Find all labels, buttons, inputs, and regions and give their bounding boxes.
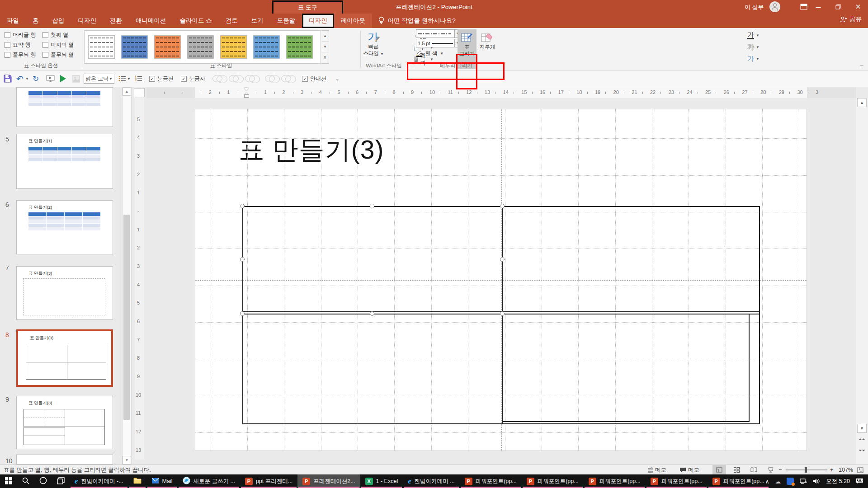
redo-button[interactable]: ↻ <box>33 74 39 84</box>
disabled-tool-button[interactable] <box>72 74 80 84</box>
slide[interactable]: 표 만들기(3) <box>195 109 807 451</box>
taskbar-app-파워포인트(pp...[interactable]: P파워포인트(pp... <box>646 474 708 488</box>
scrollbar-thumb[interactable] <box>123 215 130 420</box>
collapse-ribbon-button[interactable]: ︿ <box>859 61 864 68</box>
tab-3[interactable]: 디자인 <box>71 14 104 28</box>
clock[interactable]: 오전 5:20 <box>826 478 850 485</box>
zoom-out-button[interactable]: − <box>778 465 782 475</box>
table-style-swatch-2[interactable] <box>154 35 181 59</box>
style-option-줄무늬 행[interactable]: 줄무늬 행 <box>5 50 36 60</box>
undo-button[interactable]: ↶ <box>16 74 24 84</box>
text-outline-button[interactable]: 가▼ <box>747 42 765 52</box>
bullets-button[interactable]: ▼ <box>118 74 131 84</box>
tab-table-tools-layout[interactable]: 레이아웃 <box>334 14 372 28</box>
vertical-ruler[interactable]: 54321-12345678910111213 <box>132 87 146 465</box>
normal-view-button[interactable] <box>712 465 726 475</box>
slide-thumbnail-6[interactable]: 표 만들기(2) <box>16 200 113 254</box>
tab-4[interactable]: 전환 <box>103 14 129 28</box>
comments-button[interactable]: 메모 <box>679 465 699 475</box>
table-border-line[interactable] <box>749 314 750 422</box>
close-button[interactable]: ✕ <box>848 0 868 14</box>
style-option-머리글 행[interactable]: 머리글 행 <box>5 30 36 40</box>
tab-0[interactable]: 파일 <box>0 14 26 28</box>
slide-thumbnail-5[interactable]: 표 만들기(1) <box>16 134 113 189</box>
dialog-launcher-icon[interactable] <box>407 64 411 68</box>
slide-thumbnail-p0[interactable] <box>16 87 113 127</box>
selection-handle[interactable] <box>500 311 505 316</box>
table-style-swatch-4[interactable] <box>220 35 247 59</box>
taskbar-app-프레젠테이션2...[interactable]: P프레젠테이션2... <box>297 474 360 488</box>
pen-style-select[interactable] <box>416 29 455 38</box>
scroll-down-button[interactable]: ▼ <box>857 424 867 433</box>
touch-keyboard-icon[interactable] <box>856 478 863 484</box>
slide-thumbnail-10[interactable] <box>16 455 113 465</box>
guides-checkbox[interactable]: ✓안내선 <box>302 74 326 84</box>
selection-handle[interactable] <box>240 257 245 262</box>
merge-shapes-union-icon[interactable] <box>212 75 222 82</box>
center-guide-horizontal[interactable] <box>195 280 807 281</box>
taskbar-app-한빛아카데미 -...[interactable]: e한빛아카데미 -... <box>70 474 128 488</box>
selection-handle[interactable] <box>240 204 245 208</box>
table-style-swatch-6[interactable] <box>286 35 313 59</box>
onedrive-cloud-icon[interactable]: ☁ <box>775 478 781 485</box>
scroll-down-button[interactable]: ▼ <box>123 456 131 465</box>
scroll-up-button[interactable]: ▲ <box>123 87 131 96</box>
undo-dropdown[interactable]: ▼ <box>25 74 29 84</box>
merge-shapes-fragment-icon[interactable] <box>245 75 255 82</box>
tell-me-box[interactable]: 어떤 작업을 원하시나요? <box>372 14 462 28</box>
selection-handle[interactable] <box>500 257 505 262</box>
font-name-combo[interactable]: 맑은 고딕▼ <box>84 74 114 84</box>
taskbar-app-ppt 프리젠테...[interactable]: Pppt 프리젠테... <box>240 474 297 488</box>
tab-6[interactable]: 슬라이드 쇼 <box>173 14 219 28</box>
pen-weight-select[interactable]: 1.5 pt <box>416 39 455 47</box>
next-slide-button[interactable]: ⏷⏷ <box>857 446 867 455</box>
text-fill-button[interactable]: 가▼ <box>747 30 765 41</box>
thumbnail-scrollbar[interactable]: ▲ ▼ <box>122 87 131 465</box>
previous-slide-button[interactable]: ⏶⏶ <box>857 435 867 444</box>
merge-shapes-combine-icon[interactable] <box>229 75 239 82</box>
merge-shapes-intersect-icon[interactable] <box>265 75 275 82</box>
table-border-line[interactable] <box>242 423 760 424</box>
taskbar-app-explorer[interactable] <box>128 474 146 488</box>
taskbar-app-taskview[interactable] <box>52 474 70 488</box>
tab-1[interactable]: 홈 <box>26 14 46 28</box>
share-button[interactable]: 공유 <box>840 15 862 23</box>
selection-handle[interactable] <box>370 204 374 208</box>
taskbar-app-파워포인트(pp...[interactable]: P파워포인트(pp... <box>708 474 769 488</box>
style-option-줄무늬 열[interactable]: 줄무늬 열 <box>42 50 74 60</box>
table-style-swatch-1[interactable] <box>121 35 148 59</box>
gallery-more-button[interactable]: ⊽ <box>321 52 329 63</box>
qat-customize-button[interactable]: ⌄ <box>335 74 339 84</box>
style-option-마지막 열[interactable]: 마지막 열 <box>42 40 74 50</box>
text-effects-button[interactable]: 가▼ <box>747 53 765 64</box>
style-option-요약 행[interactable]: 요약 행 <box>5 40 36 50</box>
gallery-down-button[interactable]: ▼ <box>321 42 329 52</box>
slide-thumbnail-9[interactable]: 표 만들기(3) <box>16 396 113 449</box>
tab-9[interactable]: 도움말 <box>270 14 302 28</box>
slide-canvas[interactable]: 표 만들기(3) <box>146 98 856 465</box>
style-option-첫째 열[interactable]: 첫째 열 <box>42 30 74 40</box>
tab-8[interactable]: 보기 <box>245 14 270 28</box>
slide-sorter-view-button[interactable] <box>730 465 743 475</box>
zoom-in-button[interactable]: + <box>830 465 833 475</box>
selection-handle[interactable] <box>370 311 374 316</box>
slideshow-view-button[interactable] <box>764 465 778 475</box>
selection-handle[interactable] <box>240 311 245 316</box>
taskbar-app-1 - Excel[interactable]: X1 - Excel <box>360 474 403 488</box>
reading-view-button[interactable] <box>747 465 760 475</box>
slide-thumbnail-8[interactable]: 표 만들기(3) <box>16 329 113 387</box>
tab-7[interactable]: 검토 <box>219 14 245 28</box>
hidden-icons-chevron[interactable]: ∧ <box>765 478 769 485</box>
merge-shapes-subtract-icon[interactable] <box>281 75 291 82</box>
speaker-icon[interactable] <box>813 478 820 484</box>
slide-thumbnail-7[interactable]: 표 만들기(3) <box>16 266 113 320</box>
pen-color-button[interactable]: 펜 색▼ <box>416 49 443 58</box>
zoom-slider-thumb[interactable] <box>805 467 807 473</box>
table-style-swatch-5[interactable] <box>253 35 280 59</box>
indent-marker[interactable] <box>244 88 249 98</box>
ruler-checkbox[interactable]: ✓눈금자 <box>181 74 205 84</box>
tab-2[interactable]: 삽입 <box>46 14 71 28</box>
selection-handle[interactable] <box>500 204 505 208</box>
restore-button[interactable] <box>828 0 848 14</box>
slideshow-from-current-button[interactable] <box>46 74 55 84</box>
